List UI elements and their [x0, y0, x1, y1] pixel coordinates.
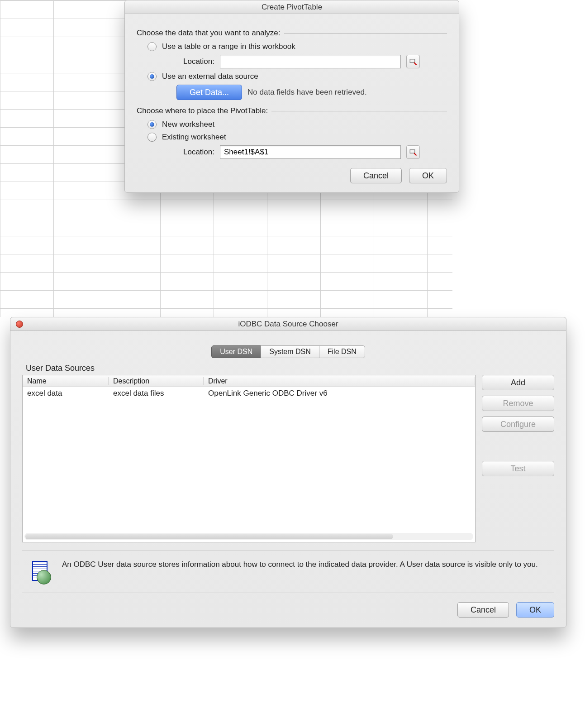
tab-file-dsn-label: File DSN [328, 348, 357, 356]
col-driver[interactable]: Driver [204, 377, 475, 385]
dsn-table[interactable]: Name Description Driver excel data excel… [22, 375, 476, 542]
pivot-title-text: Create PivotTable [262, 3, 322, 11]
cell-driver: OpenLink Generic ODBC Driver v6 [204, 389, 475, 398]
tab-system-dsn-label: System DSN [269, 348, 311, 356]
choose-data-group: Choose the data that you want to analyze… [137, 29, 447, 38]
location-input[interactable] [220, 55, 401, 68]
select-place-range-icon[interactable] [406, 145, 420, 159]
dsn-tabset: User DSN System DSN File DSN [22, 345, 554, 358]
select-range-icon[interactable] [406, 55, 420, 68]
remove-button[interactable]: Remove [482, 396, 554, 411]
radio-new-worksheet-label: New worksheet [162, 120, 214, 129]
separator [22, 551, 554, 551]
radio-external-source-label: Use an external data source [162, 72, 258, 81]
chooser-titlebar[interactable]: iODBC Data Source Chooser [10, 317, 566, 331]
test-button[interactable]: Test [482, 461, 554, 476]
radio-existing-worksheet-label: Existing worksheet [162, 133, 226, 142]
create-pivottable-dialog: Create PivotTable Choose the data that y… [124, 0, 459, 193]
choose-place-label: Choose where to place the PivotTable: [137, 106, 268, 115]
chooser-title-text: iODBC Data Source Chooser [238, 320, 338, 328]
radio-external-source[interactable] [147, 72, 157, 81]
place-location-input[interactable] [220, 145, 401, 159]
tab-system-dsn[interactable]: System DSN [261, 345, 319, 358]
svg-rect-0 [410, 59, 415, 63]
chooser-ok-button[interactable]: OK [516, 602, 554, 618]
dsn-table-header: Name Description Driver [23, 375, 475, 387]
choose-place-group: Choose where to place the PivotTable: [137, 106, 447, 115]
radio-new-worksheet[interactable] [147, 120, 157, 129]
pivot-cancel-button[interactable]: Cancel [350, 168, 402, 183]
pivot-ok-button[interactable]: OK [409, 168, 447, 183]
odbc-chooser-dialog: iODBC Data Source Chooser User DSN Syste… [10, 317, 566, 628]
col-name[interactable]: Name [23, 377, 109, 385]
group-divider [284, 33, 447, 34]
add-button[interactable]: Add [482, 375, 554, 390]
svg-rect-1 [410, 150, 415, 153]
cell-description: excel data files [109, 389, 204, 398]
odbc-info-icon [26, 559, 51, 584]
radio-existing-worksheet[interactable] [147, 133, 157, 142]
cell-name: excel data [23, 389, 109, 398]
chooser-cancel-button[interactable]: Cancel [457, 602, 509, 618]
separator [22, 593, 554, 593]
tab-user-dsn[interactable]: User DSN [211, 345, 261, 358]
get-data-button[interactable]: Get Data... [176, 85, 242, 100]
close-icon[interactable] [16, 321, 23, 328]
group-divider [271, 111, 447, 111]
horizontal-scrollbar[interactable] [24, 533, 473, 540]
radio-table-range[interactable] [147, 42, 157, 51]
choose-data-label: Choose the data that you want to analyze… [137, 29, 281, 38]
place-location-label: Location: [176, 148, 214, 157]
radio-table-range-label: Use a table or a range in this workbook [162, 42, 295, 51]
configure-button[interactable]: Configure [482, 417, 554, 432]
odbc-info-text: An ODBC User data source stores informat… [62, 559, 538, 570]
col-description[interactable]: Description [109, 377, 204, 385]
get-data-message: No data fields have been retrieved. [247, 88, 367, 97]
table-row[interactable]: excel data excel data files OpenLink Gen… [23, 387, 475, 400]
tab-user-dsn-label: User DSN [220, 348, 252, 356]
pivot-titlebar[interactable]: Create PivotTable [125, 0, 459, 14]
tab-file-dsn[interactable]: File DSN [319, 345, 365, 358]
location-label: Location: [176, 57, 214, 66]
user-data-sources-caption: User Data Sources [26, 364, 554, 373]
